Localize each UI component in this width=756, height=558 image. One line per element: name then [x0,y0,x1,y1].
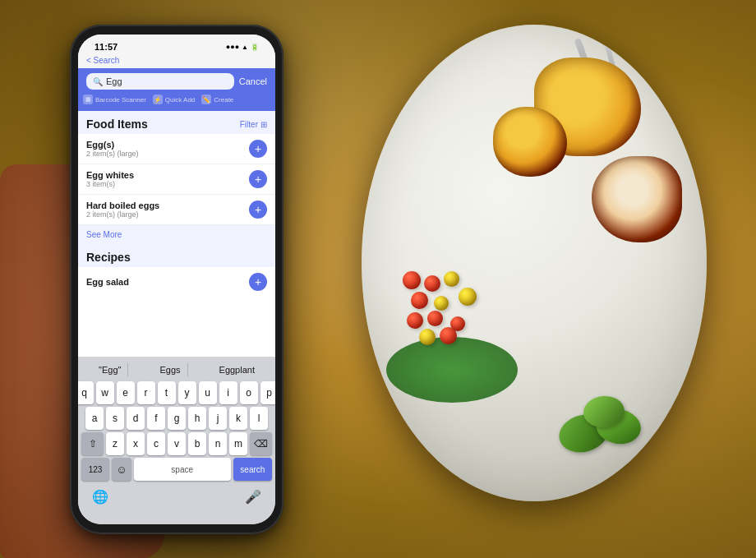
autocomplete-egg-quoted[interactable]: "Egg" [92,363,128,376]
barcode-scanner-button[interactable]: ▦ Barcode Scanner [83,95,146,104]
keyboard-row-3: ⇧ z x c v b n m ⌫ [80,432,274,455]
food-item-serving: 2 item(s) (large) [86,210,159,219]
tomato [403,271,421,289]
add-recipe-button[interactable]: + [249,273,267,291]
key-e[interactable]: e [117,381,135,404]
phone-container: 11:57 ●●● ▲ 🔋 < Search 🔍 Egg Cancel [70,25,284,534]
tomato [411,292,428,309]
food-item-info: Egg whites 3 item(s) [86,170,134,188]
food-item-serving: 2 item(s) (large) [86,150,139,158]
quick-add-button[interactable]: ⚡ Quick Add [153,95,195,104]
globe-key[interactable]: 🌐 [88,485,113,508]
tomato [427,311,443,326]
shift-key[interactable]: ⇧ [81,432,104,455]
emoji-key[interactable]: ☺ [112,458,131,481]
avocado [542,370,657,452]
key-s[interactable]: s [106,407,124,430]
filter-icon: ⊞ [260,120,267,129]
food-items-title: Food Items [86,118,148,131]
delete-key[interactable]: ⌫ [250,432,272,455]
barcode-scanner-label: Barcode Scanner [95,96,146,104]
cancel-button[interactable]: Cancel [239,76,267,86]
space-key[interactable]: space [134,458,231,481]
filter-label: Filter [240,120,258,129]
keyboard-row-4: 123 ☺ space search [80,458,274,481]
quick-actions-bar: ▦ Barcode Scanner ⚡ Quick Add ✏️ Create [78,95,275,111]
key-d[interactable]: d [127,407,145,430]
key-y[interactable]: y [178,381,196,404]
key-i[interactable]: i [219,381,237,404]
tomato [434,296,449,311]
key-j[interactable]: j [209,407,227,430]
key-x[interactable]: x [127,432,145,455]
barcode-icon: ▦ [83,95,93,104]
food-items-header: Food Items Filter ⊞ [78,111,275,134]
keyboard-row-5: 🌐 🎤 [80,483,274,508]
status-time: 11:57 [94,42,118,52]
bacon-egg-cup-3 [493,107,567,177]
create-icon: ✏️ [201,95,211,104]
key-k[interactable]: k [229,407,247,430]
tomato [407,312,423,329]
key-g[interactable]: g [168,407,186,430]
create-label: Create [214,96,233,104]
status-icons: ●●● ▲ 🔋 [226,43,259,51]
see-more-button[interactable]: See More [78,225,275,244]
add-button[interactable]: + [249,170,267,188]
key-q[interactable]: q [78,381,94,404]
keyboard: "Egg" Eggs Eggplant q w e r t y u i o p [78,357,275,524]
back-button[interactable]: < Search [86,56,119,65]
filter-button[interactable]: Filter ⊞ [240,120,267,129]
autocomplete-row: "Egg" Eggs Eggplant [80,360,274,380]
key-v[interactable]: v [168,432,186,455]
keyboard-row-1: q w e r t y u i o p [80,381,274,404]
autocomplete-eggplant[interactable]: Eggplant [213,363,261,376]
food-list-item[interactable]: Egg(s) 2 item(s) (large) + [78,134,275,164]
tomato [459,288,477,306]
key-o[interactable]: o [240,381,258,404]
status-bar: 11:57 ●●● ▲ 🔋 [78,35,275,54]
tomato [424,275,440,292]
add-button[interactable]: + [249,201,267,219]
key-l[interactable]: l [250,407,268,430]
wifi-icon: ▲ [242,44,248,51]
key-w[interactable]: w [96,381,114,404]
recipes-title: Recipes [86,251,131,264]
food-item-name: Hard boiled eggs [86,201,159,210]
key-a[interactable]: a [85,407,104,430]
key-t[interactable]: t [158,381,176,404]
tomatoes [403,271,534,353]
search-key[interactable]: search [233,458,272,481]
numbers-key[interactable]: 123 [81,458,109,481]
food-item-name: Egg whites [86,170,134,180]
signal-icon: ●●● [226,43,239,51]
autocomplete-eggs[interactable]: Eggs [153,363,187,376]
food-item-info: Hard boiled eggs 2 item(s) (large) [86,201,159,219]
tomato [444,271,459,287]
add-button[interactable]: + [249,140,267,158]
food-item-name: Egg(s) [86,140,139,150]
tomato [440,327,457,344]
recipe-name: Egg salad [86,277,129,287]
key-c[interactable]: c [147,432,165,455]
key-p[interactable]: p [260,381,276,404]
mic-key[interactable]: 🎤 [241,485,265,508]
key-u[interactable]: u [199,381,217,404]
key-b[interactable]: b [188,432,206,455]
search-input[interactable]: Egg [106,76,122,86]
key-n[interactable]: n [209,432,227,455]
key-z[interactable]: z [106,432,124,455]
quick-add-icon: ⚡ [153,95,163,104]
key-m[interactable]: m [229,432,247,455]
search-area: 🔍 Egg Cancel [78,68,275,95]
recipe-list-item[interactable]: Egg salad + [78,267,275,297]
key-h[interactable]: h [188,407,206,430]
search-icon: 🔍 [93,77,103,86]
key-r[interactable]: r [137,381,155,404]
food-list-item[interactable]: Hard boiled eggs 2 item(s) (large) + [78,195,275,225]
recipes-section: Recipes Egg salad + [78,244,275,297]
key-f[interactable]: f [147,407,165,430]
search-input-box[interactable]: 🔍 Egg [86,73,234,90]
food-list-item[interactable]: Egg whites 3 item(s) + [78,164,275,195]
create-button[interactable]: ✏️ Create [201,95,233,104]
